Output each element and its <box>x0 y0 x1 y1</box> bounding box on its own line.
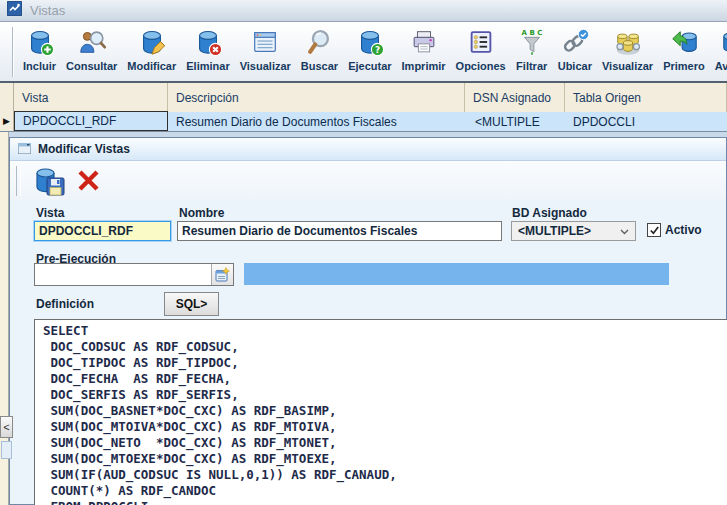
row-selector[interactable]: ▶ <box>0 112 14 131</box>
sql-button[interactable]: SQL> <box>164 292 219 316</box>
avanzar-label: Avanzar <box>715 60 727 72</box>
filtrar-label: Filtrar <box>516 60 547 72</box>
modificar-button[interactable]: Modificar <box>124 25 179 73</box>
buscar-button[interactable]: Buscar <box>298 25 341 73</box>
sql-definition-editor[interactable]: SELECT DOC_CODSUC AS RDF_CODSUC, DOC_TIP… <box>34 319 727 505</box>
dialog-toolbar-grip[interactable] <box>16 166 21 196</box>
dialog-titlebar: Modificar Vistas <box>10 138 726 161</box>
ejecutar-label: Ejecutar <box>348 60 391 72</box>
table-row[interactable]: ▶ DPDOCCLI_RDF Resumen Diario de Documen… <box>0 112 727 132</box>
form-window-icon <box>249 26 281 58</box>
primero-button[interactable]: Primero <box>660 25 708 73</box>
imprimir-button[interactable]: Imprimir <box>399 25 449 73</box>
check-icon <box>649 225 660 236</box>
databases-view-icon <box>612 26 644 58</box>
current-row-arrow-icon: ▶ <box>3 117 10 126</box>
row-cell-descripcion[interactable]: Resumen Diario de Documentos Fiscales <box>168 112 465 131</box>
database-save-icon <box>32 165 66 197</box>
ubicar-button[interactable]: Ubicar <box>555 25 595 73</box>
next-record-icon <box>720 26 727 58</box>
pre-ejecucion-picker-button[interactable] <box>211 264 233 285</box>
row-cell-vista[interactable]: DPDOCCLI_RDF <box>14 111 168 131</box>
window-title: Vistas <box>30 3 65 18</box>
options-list-icon <box>465 26 497 58</box>
sql-text: SELECT DOC_CODSUC AS RDF_CODSUC, DOC_TIP… <box>43 323 727 505</box>
grid-selector-header <box>0 83 14 112</box>
activo-label: Activo <box>665 223 702 237</box>
svg-text:?: ? <box>375 45 380 55</box>
visualizar-label: Visualizar <box>240 60 291 72</box>
filtrar-button[interactable]: A B C Filtrar <box>513 25 551 73</box>
hscroll-thumb[interactable] <box>1 441 12 459</box>
database-add-icon <box>24 26 56 58</box>
nombre-input[interactable] <box>177 221 502 241</box>
bd-asignado-value: <MULTIPLE> <box>518 224 591 238</box>
app-window: Vistas Incluir Consultar Modificar <box>0 0 727 505</box>
row-cell-dsn[interactable]: <MULTIPLE <box>465 112 565 131</box>
opciones-button[interactable]: Opciones <box>453 25 509 73</box>
pre-ejecucion-input[interactable] <box>35 264 211 285</box>
row-cell-tabla[interactable]: DPDOCCLI <box>565 112 727 131</box>
cancel-button[interactable] <box>75 168 102 193</box>
svg-text:A B C: A B C <box>521 28 542 37</box>
cancel-x-icon <box>75 168 102 193</box>
dialog-toolbar <box>10 161 726 200</box>
hscroll-left-button[interactable]: < <box>0 416 13 438</box>
avanzar-button[interactable]: Avanzar <box>712 25 727 73</box>
vista-input[interactable] <box>34 221 171 241</box>
vista-label: Vista <box>36 206 64 220</box>
column-header-descripcion[interactable]: Descripción <box>168 83 465 112</box>
consultar-label: Consultar <box>66 60 117 72</box>
imprimir-label: Imprimir <box>402 60 446 72</box>
grid-header: Vista Descripción DSN Asignado Tabla Ori… <box>0 83 727 112</box>
nombre-label: Nombre <box>179 206 224 220</box>
database-delete-icon <box>192 26 224 58</box>
bd-asignado-dropdown[interactable]: <MULTIPLE> <box>511 221 636 241</box>
main-toolbar: Incluir Consultar Modificar Eliminar Vis <box>0 22 727 83</box>
expression-editor-icon <box>215 267 230 282</box>
printer-icon <box>408 26 440 58</box>
buscar-label: Buscar <box>301 60 338 72</box>
main-titlebar: Vistas <box>0 0 727 22</box>
magnifier-icon <box>303 26 335 58</box>
visualizar-datos-button[interactable]: Visualizar <box>599 25 656 73</box>
primero-label: Primero <box>663 60 705 72</box>
incluir-button[interactable]: Incluir <box>20 25 59 73</box>
visualizar-datos-label: Visualizar <box>602 60 653 72</box>
modificar-vistas-dialog: Modificar Vistas Vista Nombre BD Asignad… <box>9 137 727 505</box>
toolbar-grip[interactable] <box>12 27 14 77</box>
visualizar-button[interactable]: Visualizar <box>237 25 294 73</box>
incluir-label: Incluir <box>23 60 56 72</box>
column-header-dsn[interactable]: DSN Asignado <box>465 83 565 112</box>
app-icon <box>7 1 22 20</box>
column-header-tabla[interactable]: Tabla Origen <box>565 83 727 112</box>
dialog-window-icon <box>18 140 31 158</box>
ubicar-label: Ubicar <box>558 60 592 72</box>
column-header-vista[interactable]: Vista <box>14 83 168 112</box>
database-run-icon: ? <box>354 26 386 58</box>
definicion-label: Definición <box>36 297 94 311</box>
database-edit-icon <box>136 26 168 58</box>
eliminar-label: Eliminar <box>186 60 229 72</box>
modificar-label: Modificar <box>127 60 176 72</box>
consultar-button[interactable]: Consultar <box>63 25 120 73</box>
opciones-label: Opciones <box>456 60 506 72</box>
activo-checkbox-wrap[interactable]: Activo <box>647 223 702 237</box>
filter-funnel-icon: A B C <box>516 26 548 58</box>
activo-checkbox[interactable] <box>647 223 661 237</box>
pre-ejecucion-highlight <box>244 263 669 285</box>
ejecutar-button[interactable]: ? Ejecutar <box>345 25 394 73</box>
chevron-down-icon <box>620 229 629 235</box>
save-button[interactable] <box>32 165 66 197</box>
pre-ejecucion-field <box>34 263 234 286</box>
eliminar-button[interactable]: Eliminar <box>183 25 232 73</box>
link-check-icon <box>559 26 591 58</box>
dialog-title: Modificar Vistas <box>38 142 130 156</box>
person-magnifier-icon <box>76 26 108 58</box>
bd-asignado-label: BD Asignado <box>512 206 587 220</box>
first-record-icon <box>668 26 700 58</box>
